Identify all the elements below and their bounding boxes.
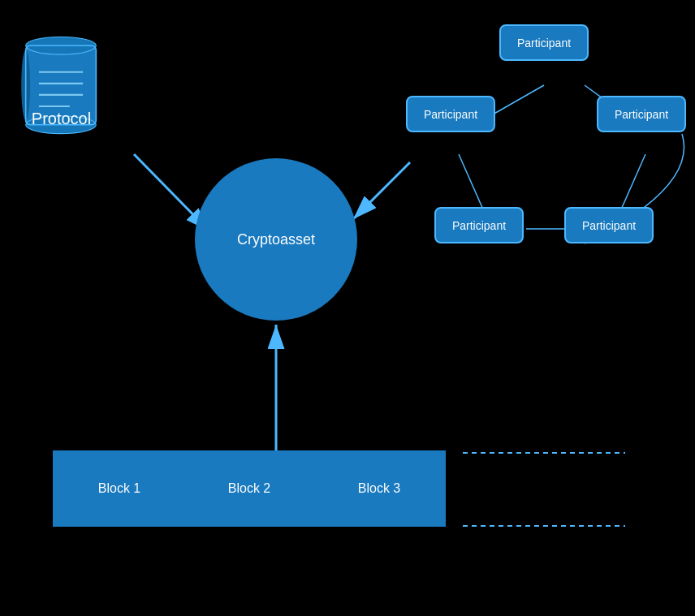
participant-p4: Participant	[434, 207, 524, 243]
participant-p5: Participant	[564, 207, 654, 243]
block-3: Block 3	[314, 452, 444, 525]
svg-line-7	[459, 154, 483, 209]
svg-line-8	[621, 154, 645, 209]
protocol-label: Protocol	[23, 110, 100, 128]
blockchain: Block 1 Block 2 Block 3	[53, 450, 446, 527]
cryptoasset-circle: Cryptoasset	[195, 158, 357, 321]
block-1: Block 1	[54, 452, 184, 525]
participant-p3: Participant	[597, 96, 686, 132]
participant-p2: Participant	[406, 96, 495, 132]
diagram-container: Protocol Cryptoasset Participant Partici…	[0, 0, 695, 616]
svg-line-5	[487, 85, 544, 118]
participant-p1: Participant	[499, 24, 589, 61]
svg-line-3	[353, 162, 410, 219]
block-2: Block 2	[184, 452, 314, 525]
cryptoasset-label: Cryptoasset	[237, 231, 315, 248]
